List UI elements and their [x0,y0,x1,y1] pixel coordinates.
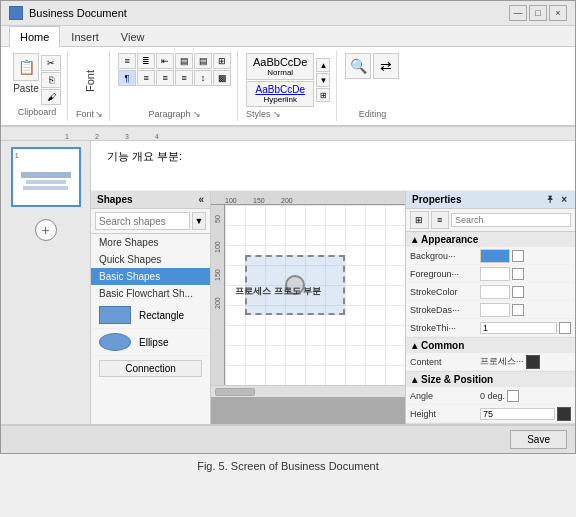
shapes-search-dropdown[interactable]: ▼ [192,212,206,230]
document-text-area[interactable]: 기능 개요 부분: [91,141,575,191]
tab-home[interactable]: Home [9,26,60,47]
props-height-input[interactable] [480,408,555,420]
properties-close-button[interactable]: × [559,194,569,205]
styles-down-button[interactable]: ▼ [316,73,330,87]
props-foreground-value [480,267,571,281]
strokecolor-color-box[interactable] [480,285,510,299]
props-common-header[interactable]: ▴ Common [406,338,575,353]
style-normal-button[interactable]: AaBbCcDe Normal [246,53,314,80]
more-para-button[interactable]: ⊞ [213,53,231,69]
shapes-basic-button[interactable]: Basic Shapes [91,268,210,285]
angle-checkbox[interactable] [507,390,519,402]
format-painter-button[interactable]: 🖌 [41,89,61,105]
props-strokewidth-input[interactable] [480,322,557,334]
document-center: 기능 개요 부분: Shapes « ▼ More Shapes Quick S… [91,141,575,424]
tab-insert[interactable]: Insert [60,26,110,47]
save-button[interactable]: Save [510,430,567,449]
close-button[interactable]: × [549,5,567,21]
hscroll-thumb[interactable] [215,388,255,396]
align-center-button[interactable]: ≡ [156,70,174,86]
shapes-header: Shapes « [91,191,210,209]
font-dialog-icon[interactable]: ↘ [95,109,103,119]
shading-button[interactable]: ▩ [213,70,231,86]
foreground-checkbox[interactable] [512,268,524,280]
list-bullet-button[interactable]: ≡ [118,53,136,69]
shapes-flowchart-button[interactable]: Basic Flowchart Sh... [91,285,210,302]
props-search-input[interactable] [451,213,571,227]
props-row-background: Backgrou··· [406,247,575,265]
props-strokecolor-label: StrokeColor [410,287,480,297]
paste-icon: 📋 [13,53,39,81]
props-appearance-header[interactable]: ▴ Appearance [406,232,575,247]
paste-button[interactable]: 📋 Paste [13,53,39,94]
shapes-more-button[interactable]: More Shapes [91,234,210,251]
styles-dialog-icon[interactable]: ↘ [273,109,281,119]
paragraph-dialog-icon[interactable]: ↘ [193,109,201,119]
canvas-ruler-horizontal: 100 150 200 [211,191,405,205]
editing-group: 🔍 ⇄ Editing [339,51,405,121]
properties-pin-button[interactable]: 🖈 [543,194,557,205]
align-right2-button[interactable]: ≡ [175,70,193,86]
maximize-button[interactable]: □ [529,5,547,21]
ruler-v-50: 50 [214,205,221,233]
props-content-edit-button[interactable] [526,355,540,369]
props-common-expand-icon: ▴ [412,340,417,351]
props-height-btn[interactable] [557,407,571,421]
props-strokedash-value [480,303,571,317]
canvas-ruler-vertical: 50 100 150 200 [211,205,225,385]
styles-expand-button[interactable]: ⊞ [316,88,330,102]
horizontal-scrollbar[interactable] [211,385,405,397]
shapes-collapse-button[interactable]: « [198,194,204,205]
connection-button[interactable]: Connection [99,360,202,377]
styles-group: AaBbCcDe Normal AaBbCcDe Hyperlink ▲ ▼ ⊞… [240,51,337,121]
drawing-canvas[interactable]: 프로세스 프로도 부분 [225,205,405,385]
page-thumb-1[interactable]: 1 [11,147,81,207]
background-checkbox[interactable] [512,250,524,262]
shapes-search-input[interactable] [95,212,190,230]
strokedash-color-box[interactable] [480,303,510,317]
align-block-button[interactable]: ▤ [194,53,212,69]
minimize-button[interactable]: — [509,5,527,21]
props-section-size-position: ▴ Size & Position Angle 0 deg. Height [406,372,575,424]
styles-up-button[interactable]: ▲ [316,58,330,72]
align-left-button[interactable]: ≡ [137,70,155,86]
show-formatting-button[interactable]: ¶ [118,70,136,86]
tab-view[interactable]: View [110,26,156,47]
add-page-button[interactable]: + [35,219,57,241]
props-row-strokecolor: StrokeColor [406,283,575,301]
ruler-mark-2: 2 [95,133,125,140]
page-thumbnail-sidebar: 1 + [1,141,91,424]
props-list-view-button[interactable]: ≡ [431,211,450,229]
find-button[interactable]: 🔍 [345,53,371,79]
strokecolor-checkbox[interactable] [512,286,524,298]
list-number-button[interactable]: ≣ [137,53,155,69]
strokedash-checkbox[interactable] [512,304,524,316]
props-content-value: 프로세스··· [480,355,571,369]
props-row-content: Content 프로세스··· [406,353,575,371]
style-hyperlink-button[interactable]: AaBbCcDe Hyperlink [246,81,314,107]
editing-label: Editing [359,107,387,119]
shapes-search-area: ▼ [91,209,210,234]
align-right-button[interactable]: ▤ [175,53,193,69]
strokewidth-checkbox[interactable] [559,322,571,334]
props-strokewidth-value [480,322,571,334]
bottom-toolbar: Save [1,424,575,453]
cut-button[interactable]: ✂ [41,55,61,71]
foreground-color-box[interactable] [480,267,510,281]
line-spacing-button[interactable]: ↕ [194,70,212,86]
props-content-text: 프로세스··· [480,355,524,368]
indent-decrease-button[interactable]: ⇤ [156,53,174,69]
props-grid-view-button[interactable]: ⊞ [410,211,429,229]
copy-button[interactable]: ⎘ [41,72,61,88]
shape-item-rectangle[interactable]: Rectangle [91,302,210,329]
props-sizepos-header[interactable]: ▴ Size & Position [406,372,575,387]
figure-caption: Fig. 5. Screen of Business Document [0,454,576,478]
shape-item-ellipse[interactable]: Ellipse [91,329,210,356]
props-expand-icon: ▴ [412,234,417,245]
replace-button[interactable]: ⇄ [373,53,399,79]
props-section-common: ▴ Common Content 프로세스··· [406,338,575,372]
shapes-quick-button[interactable]: Quick Shapes [91,251,210,268]
properties-toolbar: ⊞ ≡ [406,209,575,232]
ruler-200: 200 [281,197,309,204]
background-color-box[interactable] [480,249,510,263]
